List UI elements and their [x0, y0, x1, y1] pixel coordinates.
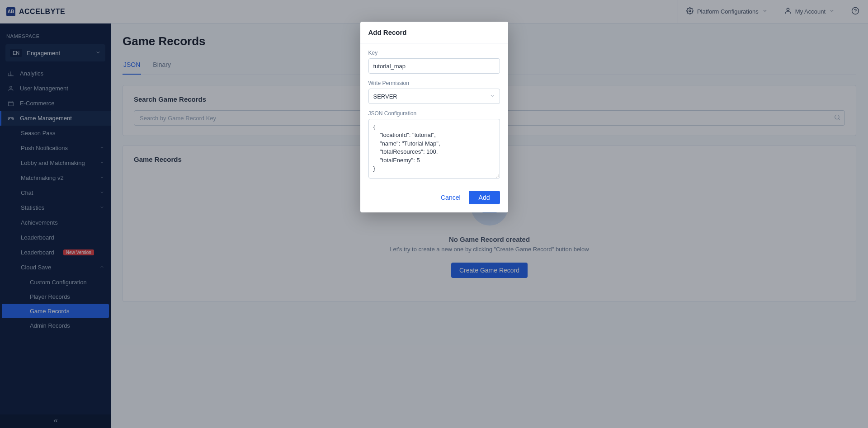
json-config-textarea[interactable] [368, 119, 500, 179]
write-permission-label: Write Permission [368, 80, 500, 86]
json-config-label: JSON Configuration [368, 110, 500, 117]
chevron-down-icon [490, 93, 495, 100]
modal-title: Add Record [360, 22, 508, 43]
add-record-modal: Add Record Key Write Permission SERVER J… [360, 22, 508, 212]
add-button[interactable]: Add [469, 191, 500, 204]
cancel-button[interactable]: Cancel [441, 194, 461, 201]
key-label: Key [368, 50, 500, 56]
key-input[interactable] [368, 58, 500, 74]
modal-overlay[interactable]: Add Record Key Write Permission SERVER J… [0, 0, 868, 428]
write-permission-select[interactable]: SERVER [368, 89, 500, 104]
write-permission-value: SERVER [373, 93, 397, 100]
